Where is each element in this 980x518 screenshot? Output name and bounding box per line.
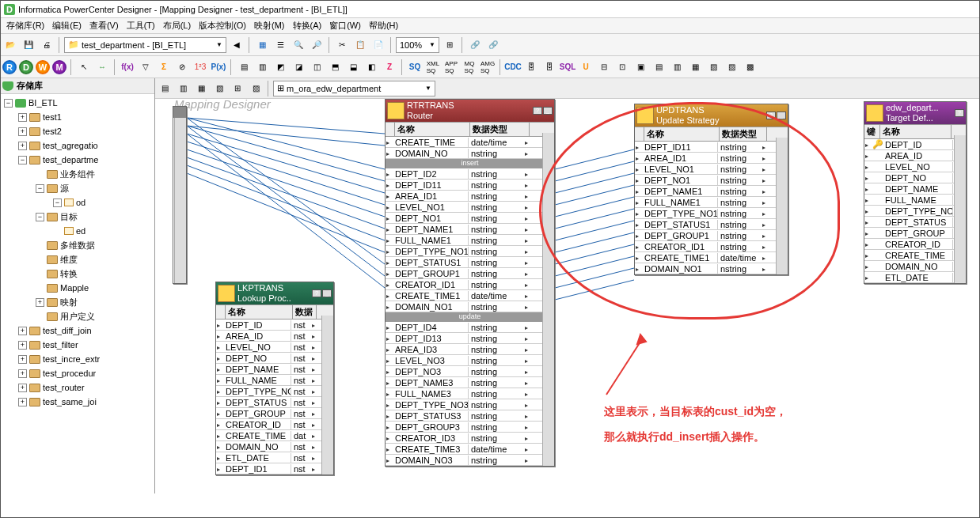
tb-j1-icon[interactable]: ◩: [272, 59, 288, 75]
tb-mqsq-icon[interactable]: MQSQ: [462, 59, 477, 75]
port-row[interactable]: ▸DEPT_GROUP1nstring▸: [386, 268, 554, 279]
port-in-icon[interactable]: ▸: [217, 388, 223, 395]
port-out-icon[interactable]: ▸: [762, 266, 769, 272]
port-row[interactable]: ▸LEVEL_NO1nstring▸: [386, 202, 554, 213]
port-in-icon[interactable]: ▸: [386, 182, 393, 188]
tree-node-transform[interactable]: 转换: [1, 267, 154, 281]
port-out-icon[interactable]: ▸: [525, 237, 531, 244]
port-in-icon[interactable]: ▸: [386, 215, 393, 221]
lookup-transformation[interactable]: LKPTRANSLookup Proc.. ?_ 名称数据 ▸DEPT_IDns…: [215, 282, 334, 475]
menu-edit[interactable]: 编辑(E): [48, 18, 85, 33]
port-row[interactable]: ▸DEPT_NAMEnst▸: [216, 364, 333, 375]
scrollbar[interactable]: [174, 118, 186, 283]
port-out-icon[interactable]: ▸: [312, 322, 318, 328]
target-port-row[interactable]: ▸DEPT_TYPE_NO: [864, 206, 966, 217]
port-row[interactable]: ▸DEPT_NO1nstring▸: [635, 175, 788, 186]
port-in-icon[interactable]: ▸: [217, 410, 223, 417]
tb-prop-icon[interactable]: ☰: [272, 37, 288, 53]
port-row[interactable]: ▸DEPT_NO3nstring▸: [386, 366, 554, 377]
port-out-icon[interactable]: ▸: [525, 270, 531, 277]
ctb-2-icon[interactable]: ▥: [175, 81, 191, 96]
port-out-icon[interactable]: ▸: [762, 166, 769, 172]
tree-node-mapping[interactable]: +映射: [1, 295, 154, 309]
port-row[interactable]: ▸FULL_NAME1nstring▸: [386, 235, 554, 246]
port-out-icon[interactable]: ▸: [312, 410, 318, 417]
port-row[interactable]: ▸LEVEL_NOnst▸: [216, 342, 333, 353]
port-in-icon[interactable]: ▸: [636, 244, 642, 250]
port-out-icon[interactable]: ▸: [525, 215, 531, 221]
port-row[interactable]: ▸CREATOR_IDnst▸: [216, 419, 333, 430]
port-out-icon[interactable]: ▸: [762, 233, 769, 239]
target-port-row[interactable]: ▸DEPT_NAME: [864, 183, 966, 195]
scrollbar[interactable]: [321, 316, 333, 475]
port-in-icon[interactable]: ▸: [386, 424, 393, 430]
port-in-icon[interactable]: ▸: [386, 391, 393, 397]
port-in-icon[interactable]: ▸: [636, 199, 642, 206]
scrollbar[interactable]: [776, 138, 788, 274]
ctb-1-icon[interactable]: ▤: [157, 81, 173, 96]
port-in-icon[interactable]: ▸: [217, 399, 223, 406]
port-row[interactable]: ▸CREATOR_ID1nstring▸: [635, 241, 788, 252]
port-row[interactable]: ▸DEPT_NAME3nstring▸: [386, 377, 554, 388]
port-row[interactable]: ▸DEPT_NO1nstring▸: [386, 213, 554, 224]
port-in-icon[interactable]: ▸: [386, 402, 393, 408]
port-in-icon[interactable]: ▸: [386, 457, 393, 463]
port-in-icon[interactable]: ▸: [217, 455, 223, 461]
tree-root[interactable]: −BI_ETL: [1, 96, 154, 110]
port-in-icon[interactable]: ▸: [386, 413, 393, 419]
tb-j6-icon[interactable]: ◧: [363, 59, 379, 75]
tree-folder-increextr[interactable]: +test_incre_extr: [1, 352, 154, 366]
port-in-icon[interactable]: ▸: [386, 335, 393, 342]
port-row[interactable]: ▸DEPT_STATUS3nstring▸: [386, 410, 554, 422]
port-row[interactable]: ▸AREA_ID1nstring▸: [386, 191, 554, 202]
menu-view[interactable]: 查看(V): [85, 18, 123, 33]
menu-layout[interactable]: 布局(L): [159, 18, 195, 33]
port-out-icon[interactable]: ▸: [525, 282, 531, 288]
port-out-icon[interactable]: ▸: [525, 446, 531, 452]
port-in-icon[interactable]: ▸: [386, 282, 393, 288]
tb-filter-icon[interactable]: ▽: [138, 59, 154, 75]
target-definition[interactable]: edw_depart...Target Def... ? 键名称 ▸🔑DEPT_…: [864, 101, 967, 284]
port-in-icon[interactable]: ▸: [386, 346, 393, 353]
port-out-icon[interactable]: ▸: [525, 435, 531, 441]
ctb-5-icon[interactable]: ⊞: [230, 81, 245, 96]
zoom-selector[interactable]: 100%▼: [396, 37, 439, 53]
target-port-row[interactable]: ▸DEPT_NO: [864, 172, 966, 183]
tb-misc9-icon[interactable]: ▩: [742, 59, 758, 75]
update-strategy-transformation[interactable]: UPDTRANSUpdate Strategy ?_ 名称数据类型 ▸DEPT_…: [634, 104, 788, 275]
port-out-icon[interactable]: ▸: [312, 444, 318, 450]
tree-node-source[interactable]: −源: [1, 181, 154, 195]
ctb-4-icon[interactable]: ▧: [211, 81, 227, 96]
port-out-icon[interactable]: ▸: [762, 199, 769, 206]
port-row[interactable]: ▸DEPT_GROUPnst▸: [216, 408, 333, 419]
port-out-icon[interactable]: ▸: [312, 355, 318, 361]
tree-folder-procedure[interactable]: +test_procedur: [1, 366, 154, 380]
tb-misc2-icon[interactable]: ⊡: [614, 59, 630, 75]
port-in-icon[interactable]: ▸: [386, 304, 393, 310]
port-in-icon[interactable]: ▸: [217, 422, 223, 428]
port-out-icon[interactable]: ▸: [312, 422, 318, 428]
tree-folder-filter[interactable]: +test_filter: [1, 338, 154, 352]
tb-nav1-icon[interactable]: ◀: [229, 37, 245, 53]
tb-cut-icon[interactable]: ✂: [334, 37, 350, 53]
target-port-row[interactable]: ▸AREA_ID: [864, 150, 966, 161]
port-out-icon[interactable]: ▸: [312, 455, 318, 461]
tree-folder-test2[interactable]: +test2: [1, 124, 154, 138]
port-row[interactable]: ▸FULL_NAMEnst▸: [216, 375, 333, 386]
target-port-row[interactable]: ▸DEPT_STATUS: [864, 217, 966, 228]
port-out-icon[interactable]: ▸: [525, 150, 531, 157]
port-row[interactable]: ▸DEPT_STATUS1nstring▸: [386, 257, 554, 268]
port-row[interactable]: ▸DEPT_GROUP1nstring▸: [635, 230, 788, 241]
port-row[interactable]: ▸CREATE_TIME1date/time▸: [635, 252, 788, 263]
tb-xml-icon[interactable]: XMLSQ: [425, 59, 441, 75]
port-row[interactable]: ▸DEPT_ID4nstring▸: [386, 322, 554, 333]
target-port-row[interactable]: ▸🔑DEPT_ID: [864, 139, 966, 150]
port-in-icon[interactable]: ▸: [636, 177, 642, 183]
port-out-icon[interactable]: ▸: [525, 259, 531, 266]
port-row[interactable]: ▸AREA_ID1nstring▸: [635, 153, 788, 164]
target-port-row[interactable]: ▸FULL_NAME: [864, 195, 966, 206]
tb-j2-icon[interactable]: ◪: [291, 59, 306, 75]
port-out-icon[interactable]: ▸: [312, 344, 318, 350]
port-in-icon[interactable]: ▸: [386, 324, 393, 331]
update-header[interactable]: UPDTRANSUpdate Strategy ?_: [635, 104, 788, 127]
